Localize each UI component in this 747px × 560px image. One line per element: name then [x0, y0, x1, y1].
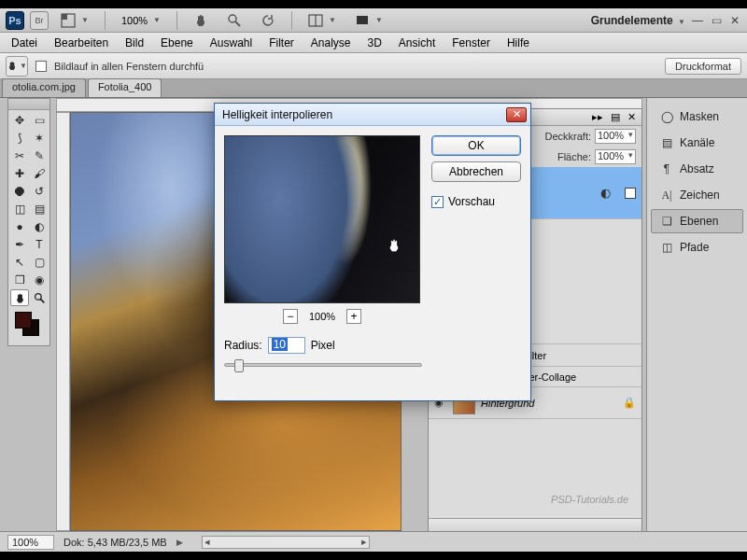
svg-rect-6 — [357, 16, 368, 24]
panel-tab-masken[interactable]: ◯ Masken — [651, 105, 743, 129]
lock-icon: 🔒 — [623, 397, 636, 409]
window-minimize-button[interactable]: — — [691, 14, 704, 27]
gradient-tool[interactable]: ▤ — [30, 201, 49, 217]
print-format-button[interactable]: Druckformat — [665, 58, 741, 75]
arrange-documents-dropdown[interactable]: ▼ — [302, 11, 343, 30]
eyedropper-tool[interactable]: ✎ — [30, 147, 49, 164]
panel-tab-label: Ebenen — [680, 215, 718, 228]
horizontal-scrollbar[interactable] — [202, 536, 370, 549]
filter-preview[interactable] — [224, 135, 420, 303]
window-maximize-button[interactable]: ▭ — [710, 14, 723, 27]
zoom-tool[interactable] — [30, 289, 49, 306]
crop-tool[interactable]: ✂ — [10, 147, 29, 164]
paragraph-icon: ¶ — [659, 161, 674, 176]
document-tab-2[interactable]: Fotolia_400 — [88, 78, 162, 97]
window-close-button[interactable]: ✕ — [728, 14, 741, 27]
preview-checkbox-row[interactable]: ✓ Vorschau — [431, 195, 521, 208]
current-tool-indicator[interactable]: ▼ — [6, 56, 28, 77]
blur-tool[interactable]: ● — [10, 218, 29, 235]
ok-button[interactable]: OK — [431, 135, 521, 156]
3d-camera-tool[interactable]: ◉ — [30, 272, 49, 288]
menu-filter[interactable]: Filter — [261, 34, 302, 52]
status-doc-info: Dok: 5,43 MB/23,5 MB — [63, 537, 167, 548]
shape-tool[interactable]: ▢ — [30, 254, 49, 271]
svg-line-3 — [235, 21, 240, 26]
document-tab-1[interactable]: otolia.com.jpg — [2, 78, 86, 97]
hand-cursor-icon — [386, 237, 402, 254]
zoom-out-button[interactable]: − — [283, 309, 298, 324]
panel-tab-ebenen[interactable]: ❏ Ebenen — [651, 209, 743, 233]
menu-hilfe[interactable]: Hilfe — [500, 34, 537, 52]
slider-thumb[interactable] — [234, 359, 244, 372]
cancel-button[interactable]: Abbrechen — [431, 161, 521, 182]
path-select-tool[interactable]: ↖ — [10, 254, 29, 271]
main-menu-bar: Datei Bearbeiten Bild Ebene Auswahl Filt… — [0, 33, 747, 53]
fill-value-input[interactable]: 100% — [595, 149, 636, 164]
menu-fenster[interactable]: Fenster — [444, 34, 498, 52]
color-swatches[interactable] — [10, 310, 49, 342]
radius-input[interactable]: 10 — [268, 337, 305, 354]
move-tool[interactable]: ✥ — [10, 112, 29, 129]
menu-analyse[interactable]: Analyse — [303, 34, 359, 52]
bridge-launch-icon[interactable]: Br — [30, 11, 49, 30]
dialog-titlebar[interactable]: Helligkeit interpolieren ✕ — [215, 104, 530, 126]
menu-3d[interactable]: 3D — [360, 34, 389, 52]
pen-tool[interactable]: ✒ — [10, 236, 29, 253]
dialog-close-button[interactable]: ✕ — [506, 107, 527, 122]
stamp-tool[interactable]: ⯃ — [10, 183, 29, 200]
zoom-in-button[interactable]: + — [346, 309, 361, 324]
layers-icon: ❏ — [659, 214, 674, 229]
eraser-tool[interactable]: ◫ — [10, 201, 29, 217]
fill-label: Fläche: — [557, 151, 591, 162]
radius-label: Radius: — [224, 339, 262, 352]
status-zoom-field[interactable]: 100% — [7, 535, 54, 550]
menu-ebene[interactable]: Ebene — [153, 34, 201, 52]
menu-ansicht[interactable]: Ansicht — [391, 34, 443, 52]
hand-icon — [7, 59, 18, 73]
hand-icon — [14, 292, 26, 304]
svg-line-8 — [40, 299, 44, 302]
type-tool[interactable]: T — [30, 236, 49, 253]
opacity-value-input[interactable]: 100% — [595, 129, 636, 144]
rotate-view-shortcut[interactable] — [254, 11, 282, 30]
radius-unit-label: Pixel — [311, 339, 335, 352]
healing-tool[interactable]: ✚ — [10, 165, 29, 182]
lasso-tool[interactable]: ⟆ — [10, 130, 29, 147]
zoom-tool-shortcut[interactable] — [220, 11, 248, 30]
brush-tool[interactable]: 🖌 — [30, 165, 49, 182]
marquee-tool[interactable]: ▭ — [30, 112, 49, 129]
history-brush-tool[interactable]: ↺ — [30, 183, 49, 200]
menu-datei[interactable]: Datei — [4, 34, 45, 52]
grid-icon — [61, 13, 76, 28]
3d-tool[interactable]: ❒ — [10, 272, 29, 288]
titlebar-zoom-value: 100% — [121, 15, 148, 26]
menu-bearbeiten[interactable]: Bearbeiten — [47, 34, 116, 52]
panel-tab-label: Zeichen — [680, 189, 720, 202]
photoshop-window: Ps Br ▼ 100% ▼ ▼ ▼ Grun — [0, 8, 747, 552]
panel-tab-label: Pfade — [680, 241, 709, 254]
dodge-tool[interactable]: ◐ — [30, 218, 49, 235]
hand-tool[interactable] — [10, 289, 29, 306]
foreground-color-swatch[interactable] — [15, 312, 32, 329]
panel-tab-kanaele[interactable]: ▤ Kanäle — [651, 131, 743, 155]
ruler-vertical[interactable] — [56, 112, 70, 531]
menu-auswahl[interactable]: Auswahl — [203, 34, 260, 52]
panel-tab-label: Kanäle — [680, 136, 714, 149]
panel-tab-pfade[interactable]: ◫ Pfade — [651, 235, 743, 259]
helligkeit-interpolieren-dialog: Helligkeit interpolieren ✕ − 100% + Radi… — [214, 103, 531, 401]
scroll-all-windows-checkbox[interactable] — [35, 61, 47, 72]
screen-mode-dropdown[interactable]: ▼ — [348, 11, 389, 30]
hand-icon — [193, 13, 208, 28]
preview-checkbox[interactable]: ✓ — [431, 196, 444, 208]
workspace-switcher[interactable]: Grundelemente ▼ — [591, 14, 685, 27]
panel-tab-zeichen[interactable]: A| Zeichen — [651, 183, 743, 207]
titlebar-zoom-readout[interactable]: 100% ▼ — [115, 11, 167, 30]
magnifier-icon — [34, 292, 46, 304]
radius-slider[interactable] — [224, 363, 422, 367]
view-extras-dropdown[interactable]: ▼ — [54, 11, 95, 30]
quick-select-tool[interactable]: ✶ — [30, 130, 49, 147]
hand-tool-shortcut[interactable] — [187, 11, 215, 30]
preview-zoom-controls: − 100% + — [224, 309, 420, 324]
panel-tab-absatz[interactable]: ¶ Absatz — [651, 157, 743, 181]
menu-bild[interactable]: Bild — [118, 34, 151, 52]
